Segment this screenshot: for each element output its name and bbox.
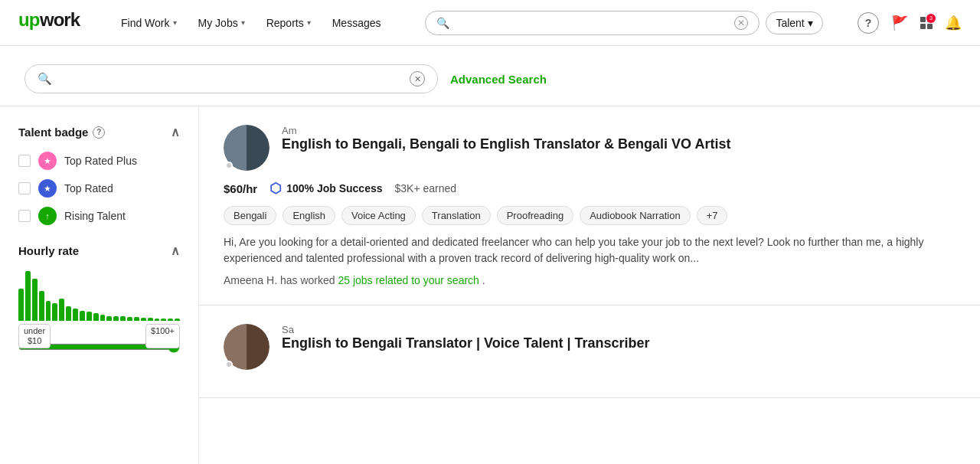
chart-bar bbox=[155, 319, 160, 321]
chart-bar bbox=[168, 319, 173, 321]
chart-bar bbox=[87, 312, 92, 321]
tag-translation[interactable]: Translation bbox=[422, 206, 491, 225]
clear-search-button[interactable]: ✕ bbox=[410, 71, 425, 87]
header: up work Find Work ▾ My Jobs ▾ Reports ▾ … bbox=[0, 0, 980, 46]
top-rated-plus-option[interactable]: ★ Top Rated Plus bbox=[18, 152, 180, 170]
nav-messages[interactable]: Messages bbox=[323, 11, 390, 35]
collapse-icon: ∧ bbox=[171, 125, 180, 139]
search-icon: 🔍 bbox=[436, 17, 449, 29]
chart-bar bbox=[46, 301, 51, 321]
collapse-icon: ∧ bbox=[171, 243, 180, 258]
chart-bar bbox=[120, 316, 126, 321]
rising-talent-checkbox[interactable] bbox=[18, 210, 31, 222]
top-rated-option[interactable]: ★ Top Rated bbox=[18, 179, 180, 198]
tags-1: Bengali English Voice Acting Translation… bbox=[224, 206, 956, 225]
chevron-down-icon: ▾ bbox=[808, 17, 813, 29]
main-search-input[interactable]: bengali to english voice bbox=[58, 73, 403, 86]
chart-bar bbox=[93, 313, 99, 321]
talent-badge-filter: Talent badge ? ∧ ★ Top Rated Plus ★ Top … bbox=[18, 125, 180, 225]
nav-reports[interactable]: Reports ▾ bbox=[257, 11, 320, 35]
rising-talent-icon: ↑ bbox=[38, 207, 57, 225]
bell-icon[interactable]: 🔔 bbox=[945, 15, 962, 31]
svg-text:work: work bbox=[39, 9, 81, 30]
header-actions: ? 🚩 3 🔔 bbox=[858, 12, 962, 34]
result-card-1: Am English to Bengali, Bengali to Englis… bbox=[199, 106, 980, 306]
chart-bar bbox=[18, 289, 24, 321]
jobs-related-link-1[interactable]: 25 jobs related to your search bbox=[338, 274, 479, 286]
tag-voice-acting[interactable]: Voice Acting bbox=[341, 206, 416, 225]
freelancer-name-2: Sa bbox=[282, 324, 956, 335]
header-search-box: 🔍 bengali to english voice ✕ bbox=[425, 11, 760, 35]
search-area: 🔍 bengali to english voice ✕ Advanced Se… bbox=[0, 46, 980, 106]
freelancer-title-2[interactable]: English to Bengali Translator | Voice Ta… bbox=[282, 335, 956, 351]
earned-1: $3K+ earned bbox=[395, 182, 457, 194]
chart-bar bbox=[25, 271, 31, 321]
chart-bar bbox=[175, 319, 180, 321]
chart-bar bbox=[127, 317, 132, 321]
chevron-down-icon: ▾ bbox=[241, 18, 245, 27]
notifications-flag-icon[interactable]: 🚩 bbox=[891, 15, 908, 31]
result-meta-1: $60/hr ⬡ 100% Job Success $3K+ earned bbox=[224, 180, 956, 197]
chart-bar bbox=[100, 315, 106, 321]
job-success-1: ⬡ 100% Job Success bbox=[270, 180, 382, 197]
tag-audiobook[interactable]: Audiobook Narration bbox=[580, 206, 691, 225]
chart-bar bbox=[148, 318, 153, 321]
result-card-2: Sa English to Bengali Translator | Voice… bbox=[199, 306, 980, 398]
avatar-status-indicator bbox=[225, 162, 233, 169]
results-area: Am English to Bengali, Bengali to Englis… bbox=[199, 106, 980, 464]
talent-filter-dropdown[interactable]: Talent ▾ bbox=[766, 11, 822, 34]
help-tooltip-icon[interactable]: ? bbox=[93, 126, 105, 139]
main-nav: Find Work ▾ My Jobs ▾ Reports ▾ Messages bbox=[112, 11, 390, 35]
nav-find-work[interactable]: Find Work ▾ bbox=[112, 11, 186, 35]
jobs-related-1: Ameena H. has worked 25 jobs related to … bbox=[224, 274, 956, 286]
sidebar: Talent badge ? ∧ ★ Top Rated Plus ★ Top … bbox=[0, 106, 199, 464]
clear-search-icon[interactable]: ✕ bbox=[734, 16, 748, 30]
notification-badge: 3 bbox=[926, 14, 936, 23]
chart-bar bbox=[161, 319, 166, 321]
chart-bar bbox=[32, 279, 38, 321]
svg-text:up: up bbox=[18, 9, 40, 30]
freelancer-name-1: Am bbox=[282, 125, 956, 136]
top-rated-icon: ★ bbox=[38, 179, 57, 198]
chart-bar bbox=[73, 309, 78, 321]
top-rated-plus-icon: ★ bbox=[38, 152, 57, 170]
chart-bar bbox=[80, 311, 85, 321]
freelancer-bio-1: Hi, Are you looking for a detail-oriente… bbox=[224, 234, 956, 266]
chart-bar bbox=[39, 291, 44, 321]
chart-bar bbox=[59, 299, 64, 321]
top-rated-checkbox[interactable] bbox=[18, 182, 31, 194]
avatar-1 bbox=[224, 125, 270, 171]
freelancer-title-1[interactable]: English to Bengali, Bengali to English T… bbox=[282, 136, 956, 152]
help-icon[interactable]: ? bbox=[858, 12, 879, 34]
apps-icon[interactable]: 3 bbox=[920, 17, 933, 29]
chart-bar bbox=[141, 318, 146, 321]
content-area: Talent badge ? ∧ ★ Top Rated Plus ★ Top … bbox=[0, 106, 980, 464]
chart-max-label: $100+ bbox=[145, 324, 180, 348]
upwork-logo[interactable]: up work bbox=[18, 9, 87, 36]
chart-bar bbox=[52, 303, 57, 321]
top-rated-plus-checkbox[interactable] bbox=[18, 155, 31, 167]
rising-talent-option[interactable]: ↑ Rising Talent bbox=[18, 207, 180, 225]
hourly-rate-filter: Hourly rate ∧ under$10 $100+ bbox=[18, 243, 180, 355]
chart-min-label: under$10 bbox=[18, 324, 51, 348]
chart-labels: under$10 $100+ bbox=[18, 324, 180, 348]
hourly-rate-1: $60/hr bbox=[224, 182, 257, 195]
main-search-box: 🔍 bengali to english voice ✕ bbox=[24, 64, 438, 93]
avatar-2 bbox=[224, 324, 270, 370]
chevron-down-icon: ▾ bbox=[307, 18, 311, 27]
advanced-search-link[interactable]: Advanced Search bbox=[450, 73, 547, 86]
tag-bengali[interactable]: Bengali bbox=[224, 206, 276, 225]
tag-proofreading[interactable]: Proofreading bbox=[497, 206, 573, 225]
avatar-status-indicator-2 bbox=[225, 361, 233, 368]
tag-english[interactable]: English bbox=[283, 206, 335, 225]
tag-more[interactable]: +7 bbox=[697, 206, 728, 225]
header-search-input[interactable]: bengali to english voice bbox=[456, 17, 729, 29]
nav-my-jobs[interactable]: My Jobs ▾ bbox=[189, 11, 254, 35]
chevron-down-icon: ▾ bbox=[173, 18, 177, 27]
chart-bar bbox=[66, 306, 71, 322]
chart-bar bbox=[134, 317, 139, 321]
hourly-rate-title[interactable]: Hourly rate ∧ bbox=[18, 243, 180, 258]
hourly-rate-chart: under$10 $100+ bbox=[18, 267, 180, 328]
talent-badge-title[interactable]: Talent badge ? ∧ bbox=[18, 125, 180, 139]
chart-bar bbox=[113, 316, 119, 322]
